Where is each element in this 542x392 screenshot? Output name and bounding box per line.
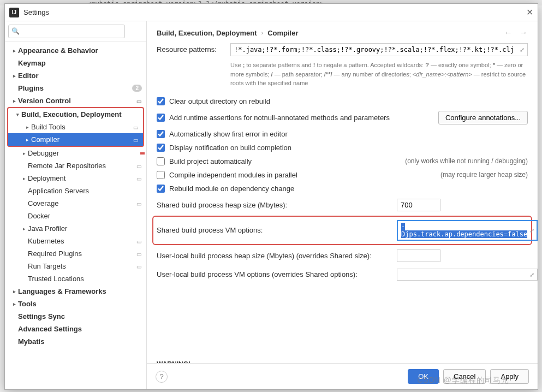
checkbox-row: Add runtime assertions for notnull-annot… — [157, 108, 528, 127]
sidebar-item-label: Settings Sync — [18, 312, 142, 320]
resource-patterns-label: Resource patterns: — [157, 43, 230, 54]
checkbox-label: Clear output directory on rebuild — [169, 97, 270, 105]
sidebar-item-label: Plugins — [18, 84, 132, 92]
chevron-right-icon: ▸ — [20, 151, 28, 156]
sidebar-item-remote-jar-repositories[interactable]: Remote Jar Repositories▭ — [5, 159, 146, 172]
sidebar-item-appearance-behavior[interactable]: ▸Appearance & Behavior — [5, 44, 146, 57]
user-heap-input[interactable] — [397, 250, 440, 262]
sidebar-item-build-execution-deployment[interactable]: ▾Build, Execution, Deployment — [8, 108, 143, 121]
app-icon: IJ — [9, 8, 19, 17]
user-vm-input[interactable] — [397, 269, 538, 281]
project-scope-icon: ▭ — [136, 98, 142, 104]
heap-size-label: Shared build process heap size (Mbytes): — [157, 201, 397, 209]
titlebar: IJ Settings ✕ — [5, 4, 538, 21]
checkbox-3[interactable] — [157, 144, 165, 152]
sidebar-item-kubernetes[interactable]: Kubernetes▭ — [5, 235, 146, 247]
project-scope-icon: ▭ — [136, 264, 142, 269]
close-icon[interactable]: ✕ — [526, 7, 533, 17]
project-scope-icon: ▭ — [133, 124, 139, 130]
expand-icon[interactable]: ⤢ — [529, 271, 534, 278]
heap-size-input[interactable] — [397, 199, 440, 211]
expand-icon[interactable]: ⤢ — [529, 227, 534, 234]
sidebar-item-compiler[interactable]: ▸Compiler▭ — [8, 133, 143, 146]
checkbox-row: Clear output directory on rebuild — [157, 94, 528, 108]
project-scope-icon: ▭ — [136, 239, 142, 244]
sidebar-item-label: Coverage — [28, 199, 134, 207]
cancel-button[interactable]: Cancel — [443, 369, 486, 384]
checkbox-row: Rebuild module on dependency change — [157, 182, 528, 195]
sidebar-item-required-plugins[interactable]: Required Plugins▭ — [5, 247, 146, 260]
sidebar-item-java-profiler[interactable]: ▸Java Profiler — [5, 222, 146, 235]
chevron-right-icon: ▸ — [20, 176, 28, 181]
checkbox-hint: (may require larger heap size) — [440, 171, 528, 179]
resource-patterns-input[interactable] — [230, 43, 528, 56]
sidebar-item-label: Java Profiler — [28, 224, 142, 233]
sidebar-item-label: Tools — [18, 300, 142, 308]
sidebar-item-deployment[interactable]: ▸Deployment▭ — [5, 172, 146, 185]
checkbox-label: Add runtime assertions for notnull-annot… — [169, 114, 390, 122]
checkbox-6[interactable] — [157, 185, 165, 193]
sidebar-item-languages-frameworks[interactable]: ▸Languages & Frameworks — [5, 285, 146, 298]
checkbox-1[interactable] — [157, 114, 165, 122]
settings-dialog: IJ Settings ✕ 🔍 ▸Appearance & BehaviorKe… — [4, 3, 538, 390]
content-pane: Build, Execution, Deployment › Compiler … — [147, 21, 538, 389]
checkbox-label: Rebuild module on dependency change — [169, 185, 294, 193]
chevron-right-icon: ▸ — [10, 73, 18, 79]
sidebar-item-label: Remote Jar Repositories — [28, 162, 134, 170]
sidebar-item-label: Editor — [18, 72, 142, 80]
nav-forward-icon[interactable]: → — [519, 28, 528, 38]
sidebar-item-keymap[interactable]: Keymap — [5, 57, 146, 69]
sidebar-item-label: Languages & Frameworks — [18, 287, 142, 295]
search-icon: 🔍 — [11, 27, 20, 35]
chevron-right-icon: ▸ — [23, 124, 31, 130]
sidebar: 🔍 ▸Appearance & BehaviorKeymap▸EditorPlu… — [5, 21, 147, 389]
settings-tree: ▸Appearance & BehaviorKeymap▸EditorPlugi… — [5, 42, 146, 389]
sidebar-item-build-tools[interactable]: ▸Build Tools▭ — [8, 121, 143, 133]
checkbox-label: Display notification on build completion — [169, 144, 291, 152]
sidebar-item-label: Mybatis — [18, 337, 142, 346]
checkbox-2[interactable] — [157, 130, 165, 138]
sidebar-item-label: Compiler — [31, 135, 131, 144]
sidebar-item-version-control[interactable]: ▸Version Control▭ — [5, 94, 146, 107]
sidebar-item-application-servers[interactable]: Application Servers — [5, 185, 146, 197]
sidebar-item-label: Docker — [28, 212, 142, 220]
search-input[interactable] — [8, 25, 125, 38]
sidebar-item-docker[interactable]: Docker — [5, 210, 146, 222]
expand-icon[interactable]: ⤢ — [520, 46, 525, 54]
project-scope-icon: ▭ — [133, 137, 139, 142]
chevron-right-icon: ▸ — [10, 301, 18, 307]
vm-options-input[interactable]: -Djps.track.ap.dependencies=false — [397, 220, 538, 241]
sidebar-item-run-targets[interactable]: Run Targets▭ — [5, 260, 146, 272]
help-icon[interactable]: ? — [156, 371, 168, 383]
chevron-right-icon: ▸ — [23, 137, 31, 142]
chevron-right-icon: ▸ — [20, 226, 28, 231]
checkbox-5[interactable] — [157, 171, 165, 179]
sidebar-item-debugger[interactable]: ▸Debugger — [5, 147, 146, 159]
sidebar-item-editor[interactable]: ▸Editor — [5, 69, 146, 82]
apply-button[interactable]: Apply — [490, 369, 529, 384]
checkbox-label: Automatically show first error in editor — [169, 130, 288, 138]
checkbox-0[interactable] — [157, 97, 165, 105]
chevron-down-icon: ▾ — [14, 112, 21, 117]
checkbox-4[interactable] — [157, 157, 165, 165]
sidebar-item-plugins[interactable]: Plugins2 — [5, 82, 146, 94]
nav-back-icon[interactable]: ← — [504, 28, 513, 38]
breadcrumb-seg: Compiler — [267, 29, 298, 37]
sidebar-item-settings-sync[interactable]: Settings Sync — [5, 310, 146, 323]
sidebar-item-coverage[interactable]: Coverage▭ — [5, 197, 146, 210]
sidebar-item-label: Advanced Settings — [18, 325, 142, 333]
sidebar-item-mybatis[interactable]: Mybatis — [5, 335, 146, 348]
sidebar-item-advanced-settings[interactable]: Advanced Settings — [5, 323, 146, 335]
sidebar-item-label: Build, Execution, Deployment — [21, 110, 139, 118]
sidebar-item-label: Application Servers — [28, 187, 142, 195]
configure-annotations-button[interactable]: Configure annotations... — [438, 111, 528, 124]
sidebar-item-trusted-locations[interactable]: Trusted Locations — [5, 272, 146, 285]
sidebar-item-label: Required Plugins — [28, 250, 134, 258]
breadcrumb-seg[interactable]: Build, Execution, Deployment — [157, 29, 257, 37]
ok-button[interactable]: OK — [408, 369, 439, 384]
chevron-right-icon: ▸ — [10, 48, 18, 54]
sidebar-item-label: Trusted Locations — [28, 275, 142, 283]
sidebar-item-label: Appearance & Behavior — [18, 46, 142, 55]
sidebar-item-tools[interactable]: ▸Tools — [5, 298, 146, 310]
checkbox-row: Automatically show first error in editor — [157, 127, 528, 141]
